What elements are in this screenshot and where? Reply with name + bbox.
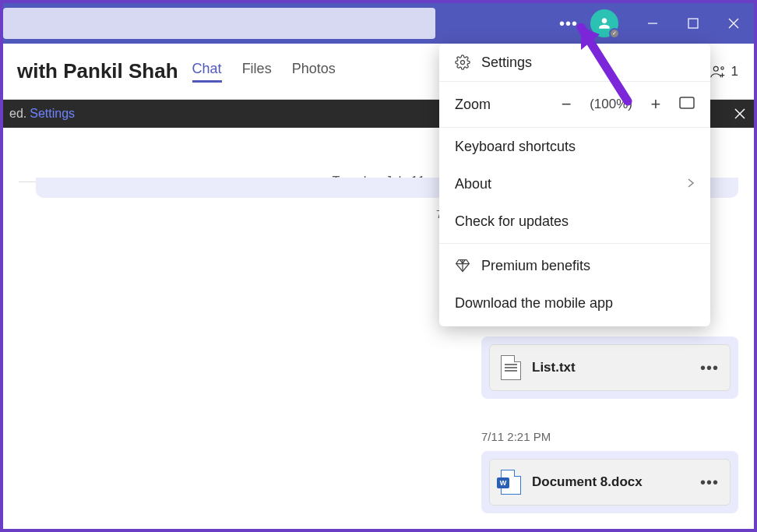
menu-label: Premium benefits [481, 258, 590, 274]
word-file-icon: W [501, 470, 521, 495]
svg-point-4 [713, 66, 718, 71]
menu-item-about[interactable]: About [439, 165, 710, 203]
notice-close-button[interactable] [726, 100, 754, 128]
svg-rect-12 [680, 97, 694, 108]
message-bubble[interactable]: List.txt ••• [481, 336, 738, 399]
people-add-icon [709, 63, 727, 80]
menu-item-premium[interactable]: Premium benefits [439, 247, 710, 284]
menu-label: Check for updates [455, 213, 569, 230]
attachment-more-button[interactable]: ••• [700, 474, 719, 491]
file-name: Document 8.docx [532, 474, 643, 490]
menu-separator [439, 243, 710, 244]
maximize-button[interactable] [673, 3, 713, 44]
svg-point-11 [461, 61, 465, 65]
participants-button[interactable]: 1 [709, 63, 738, 80]
svg-point-5 [720, 66, 723, 69]
close-button[interactable] [713, 3, 754, 44]
menu-item-check-updates[interactable]: Check for updates [439, 203, 710, 240]
minimize-button[interactable] [632, 3, 673, 44]
menu-label: Keyboard shortcuts [455, 139, 576, 155]
gear-icon [455, 55, 470, 70]
menu-item-zoom: Zoom − (100%) + [439, 81, 710, 128]
person-icon [597, 16, 612, 31]
user-avatar[interactable] [590, 9, 618, 37]
menu-label: Download the mobile app [455, 295, 613, 312]
menu-item-keyboard-shortcuts[interactable]: Keyboard shortcuts [439, 128, 710, 165]
tab-photos[interactable]: Photos [292, 61, 336, 83]
diamond-icon [455, 258, 470, 273]
zoom-value: (100%) [590, 97, 632, 112]
message-bubble[interactable]: W Document 8.docx ••• [481, 451, 738, 513]
notice-text: ed. [9, 107, 26, 121]
tab-chat[interactable]: Chat [192, 61, 222, 83]
zoom-controls: − (100%) + [558, 94, 695, 115]
menu-label: Settings [481, 55, 532, 71]
fullscreen-button[interactable] [679, 97, 695, 113]
participant-count: 1 [731, 64, 738, 79]
tabs: Chat Files Photos [192, 61, 336, 83]
more-options-menu: Settings Zoom − (100%) + Keyboard shortc… [439, 44, 710, 326]
zoom-label: Zoom [455, 97, 491, 113]
title-bar: ••• [3, 3, 754, 44]
status-badge-icon [609, 28, 620, 39]
chevron-right-icon [687, 176, 695, 192]
message-timestamp: 7/11 2:21 PM [481, 430, 738, 443]
chat-title: with Pankil Shah [17, 59, 178, 83]
attachment[interactable]: List.txt ••• [489, 344, 731, 391]
tab-files[interactable]: Files [242, 61, 272, 83]
menu-label: About [455, 176, 491, 192]
menu-item-settings[interactable]: Settings [439, 44, 710, 81]
file-name: List.txt [532, 360, 576, 375]
menu-item-mobile-app[interactable]: Download the mobile app [439, 284, 710, 322]
zoom-in-button[interactable]: + [648, 94, 664, 115]
more-options-button[interactable]: ••• [551, 3, 586, 44]
text-file-icon [501, 355, 521, 380]
notice-settings-link[interactable]: Settings [30, 107, 75, 121]
message-block: 7/11 2:21 PM W Document 8.docx ••• [481, 430, 738, 513]
attachment[interactable]: W Document 8.docx ••• [489, 459, 731, 506]
zoom-out-button[interactable]: − [558, 94, 574, 115]
attachment-more-button[interactable]: ••• [700, 359, 719, 377]
titlebar-right: ••• [551, 3, 754, 44]
message-block: List.txt ••• [481, 336, 738, 399]
search-input[interactable] [3, 8, 435, 39]
svg-rect-1 [688, 19, 698, 28]
